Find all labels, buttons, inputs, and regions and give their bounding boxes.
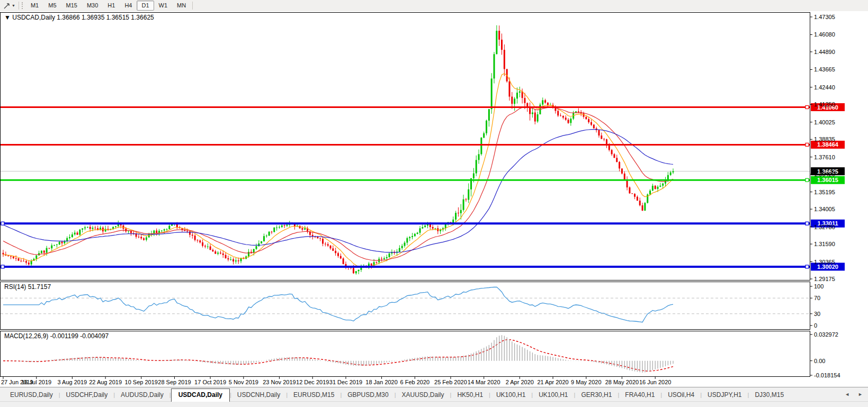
svg-text:1.40025: 1.40025 (814, 119, 835, 125)
svg-text:22 Aug 2019: 22 Aug 2019 (89, 379, 122, 385)
svg-text:1.43665: 1.43665 (814, 66, 835, 73)
svg-text:1.34005: 1.34005 (814, 206, 835, 212)
timeframe-buttons: M1M5M15M30H1H4D1W1MN (26, 1, 191, 11)
svg-text:21 Apr 2020: 21 Apr 2020 (537, 379, 568, 385)
svg-text:1.29175: 1.29175 (814, 276, 835, 282)
svg-text:1.41250: 1.41250 (814, 101, 835, 107)
tab-scroll-right-icon[interactable]: ► (858, 392, 863, 397)
svg-text:6 Feb 2020: 6 Feb 2020 (400, 379, 430, 385)
timeframe-h1-button[interactable]: H1 (103, 1, 120, 11)
tab-gbpusdm30[interactable]: GBPUSD,M30 (342, 389, 394, 401)
svg-text:1.46080: 1.46080 (814, 31, 835, 38)
tab-eurusddaily[interactable]: EURUSD,Daily (4, 389, 59, 401)
svg-text:16 Jul 2019: 16 Jul 2019 (21, 379, 51, 385)
timeframe-m30-button[interactable]: M30 (82, 1, 103, 11)
svg-text:1.47305: 1.47305 (814, 14, 835, 20)
tab-uk100h1[interactable]: UK100,H1 (533, 389, 574, 401)
toolbar-grip-handle[interactable] (22, 2, 24, 9)
cursor-tool-icon[interactable] (2, 2, 12, 10)
svg-text:30: 30 (814, 311, 820, 317)
svg-text:1.38835: 1.38835 (814, 136, 835, 142)
svg-text:-0.018154: -0.018154 (814, 372, 840, 378)
chart-tabs: EURUSD,Daily|USDCHF,Daily|AUDUSD,Daily|U… (4, 388, 790, 401)
svg-text:1.36420: 1.36420 (814, 171, 835, 177)
svg-text:1.30365: 1.30365 (814, 259, 835, 265)
toolbar-divider-2 (192, 2, 193, 10)
svg-text:1.42440: 1.42440 (814, 84, 835, 91)
timeframe-m15-button[interactable]: M15 (61, 1, 82, 11)
tab-usdcaddaily[interactable]: USDCAD,Daily (171, 388, 230, 402)
rsi-label: RSI(14) 51.7157 (4, 283, 51, 291)
chart-title: ▼ USDCAD,Daily 1.36866 1.36935 1.36515 1… (4, 14, 154, 21)
svg-text:18 Jan 2020: 18 Jan 2020 (365, 379, 398, 385)
svg-text:2 Apr 2020: 2 Apr 2020 (506, 379, 534, 385)
cursor-tool-caret-icon[interactable]: ▼ (12, 4, 15, 7)
svg-text:0: 0 (814, 322, 817, 329)
svg-text:3 Aug 2019: 3 Aug 2019 (58, 379, 87, 385)
tab-usdchfdaily[interactable]: USDCHF,Daily (60, 389, 114, 401)
tab-usoilh4[interactable]: USOil,H4 (662, 389, 700, 401)
timeframe-d1-button[interactable]: D1 (137, 1, 154, 11)
svg-text:14 Mar 2020: 14 Mar 2020 (468, 379, 500, 385)
tab-ger30h1[interactable]: GER30,H1 (575, 389, 618, 401)
svg-text:1.37610: 1.37610 (814, 154, 835, 160)
chart-tab-bar: EURUSD,Daily|USDCHF,Daily|AUDUSD,Daily|U… (0, 387, 868, 401)
svg-text:16 Jun 2020: 16 Jun 2020 (639, 379, 672, 385)
price-chart[interactable]: 1.410601.384641.360151.330111.300201.366… (0, 11, 868, 387)
svg-text:1.32780: 1.32780 (814, 224, 835, 230)
toolbar-divider (19, 2, 19, 10)
tab-uk100h1[interactable]: UK100,H1 (490, 389, 531, 401)
svg-text:1.36015: 1.36015 (817, 177, 838, 183)
tab-usdcnhdaily[interactable]: USDCNH,Daily (231, 389, 286, 401)
svg-text:9 May 2020: 9 May 2020 (571, 379, 601, 385)
tab-scroll-left-icon[interactable]: ◄ (845, 392, 849, 397)
svg-text:31 Dec 2019: 31 Dec 2019 (329, 379, 362, 385)
tab-dj30m15[interactable]: DJ30,M15 (749, 389, 790, 401)
top-toolbar: ▼ M1M5M15M30H1H4D1W1MN (0, 0, 868, 11)
tab-eurusdm15[interactable]: EURUSD,M15 (288, 389, 340, 401)
tab-xauusddaily[interactable]: XAUUSD,Daily (396, 389, 450, 401)
svg-text:17 Oct 2019: 17 Oct 2019 (194, 379, 226, 385)
svg-text:0.032972: 0.032972 (814, 331, 838, 338)
svg-text:23 Nov 2019: 23 Nov 2019 (263, 379, 296, 385)
tab-hk50h1[interactable]: HK50,H1 (451, 389, 489, 401)
timeframe-m1-button[interactable]: M1 (26, 1, 43, 11)
tab-audusddaily[interactable]: AUDUSD,Daily (115, 389, 169, 401)
svg-text:28 May 2020: 28 May 2020 (605, 379, 639, 385)
timeframe-h4-button[interactable]: H4 (120, 1, 137, 11)
timeframe-mn-button[interactable]: MN (172, 1, 191, 11)
svg-text:25 Feb 2020: 25 Feb 2020 (434, 379, 467, 385)
svg-text:1.31590: 1.31590 (814, 241, 835, 247)
svg-text:5 Nov 2019: 5 Nov 2019 (229, 379, 258, 385)
tab-fra40h1[interactable]: FRA40,H1 (619, 389, 660, 401)
svg-text:1.35195: 1.35195 (814, 189, 835, 195)
status-strip (0, 401, 868, 406)
svg-text:12 Dec 2019: 12 Dec 2019 (296, 379, 329, 385)
date-axis: 27 Jun 201916 Jul 20193 Aug 201922 Aug 2… (0, 377, 868, 387)
svg-text:0.00: 0.00 (814, 358, 825, 364)
timeframe-w1-button[interactable]: W1 (154, 1, 173, 11)
svg-text:10 Sep 2019: 10 Sep 2019 (125, 379, 158, 385)
macd-label: MACD(12,26,9) -0.001199 -0.004097 (4, 332, 109, 340)
timeframe-m5-button[interactable]: M5 (43, 1, 61, 11)
svg-text:1.44890: 1.44890 (814, 49, 835, 55)
svg-text:70: 70 (814, 295, 820, 301)
tab-scroll-buttons: ◄ ► (845, 392, 863, 397)
tab-usdjpyh1[interactable]: USDJPY,H1 (702, 389, 747, 401)
svg-text:100: 100 (814, 283, 824, 290)
svg-text:28 Sep 2019: 28 Sep 2019 (158, 379, 191, 385)
